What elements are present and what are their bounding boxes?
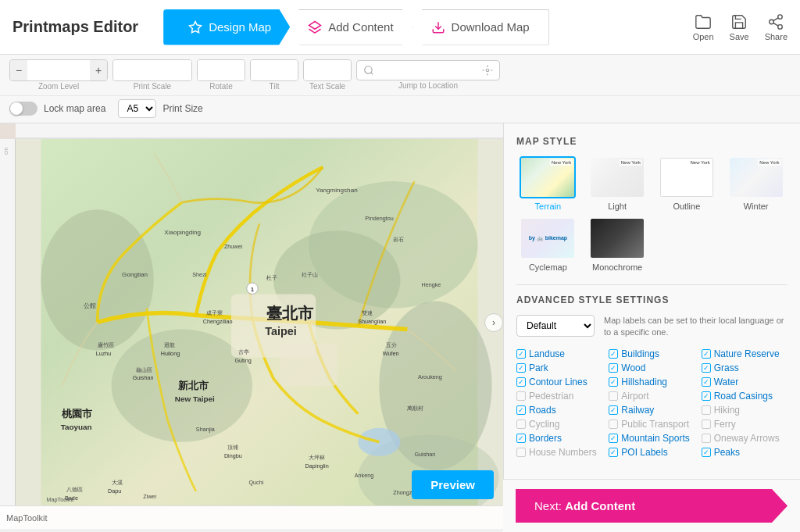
- svg-point-4: [770, 20, 774, 24]
- zoom-field: − 10,3963506E + Zoom Level: [9, 59, 108, 91]
- tilt-label: Tilt: [270, 82, 280, 91]
- checkbox-label: House Numbers: [529, 447, 597, 458]
- checkbox-peaks[interactable]: Peaks: [702, 447, 788, 458]
- step-add-content[interactable]: Add Content: [288, 9, 412, 45]
- svg-text:頂埔: 頂埔: [227, 444, 238, 451]
- checkbox-label: Hiking: [714, 405, 740, 416]
- svg-point-3: [778, 14, 783, 19]
- open-button[interactable]: Open: [693, 13, 714, 41]
- style-terrain[interactable]: New York Terrain: [516, 156, 580, 211]
- textscale-input[interactable]: 90 %: [304, 59, 351, 81]
- checkbox-park[interactable]: Park: [516, 362, 602, 373]
- toolbar: − 10,3963506E + Zoom Level 1:155.100 Pri…: [0, 55, 800, 123]
- svg-text:Taipei: Taipei: [265, 325, 297, 337]
- tilt-input[interactable]: 0 °: [251, 59, 298, 81]
- checkbox-wood[interactable]: Wood: [609, 362, 695, 373]
- checkbox-roads[interactable]: Roads: [516, 405, 602, 416]
- search-input[interactable]: Taipei, ROC: [377, 61, 479, 80]
- ruler-h-svg: cm // ruler: [16, 123, 503, 138]
- step-design-map[interactable]: Design Map: [163, 9, 290, 45]
- textscale-label: Text Scale: [309, 82, 345, 91]
- checkbox-mountain-sports[interactable]: Mountain Sports: [609, 433, 695, 444]
- arrow-icon: ›: [492, 317, 495, 328]
- svg-text:MapToolkit: MapToolkit: [47, 496, 73, 503]
- checkbox-contour-lines[interactable]: Contour Lines: [516, 377, 602, 387]
- map-next-arrow[interactable]: ›: [484, 313, 503, 332]
- svg-text:臺北市: 臺北市: [266, 305, 314, 322]
- style-cyclemap[interactable]: by 🚲 bikemap Cyclemap: [516, 217, 580, 272]
- lock-toggle[interactable]: [9, 102, 38, 116]
- checkbox-nature-reserve[interactable]: Nature Reserve: [702, 348, 788, 359]
- checkbox-hiking[interactable]: Hiking: [702, 405, 788, 416]
- svg-text:Xiaopingding: Xiaopingding: [164, 229, 201, 236]
- checkbox-public-transport[interactable]: Public Transport: [609, 419, 695, 430]
- style-outline[interactable]: New York Outline: [655, 156, 719, 211]
- checkbox-label: Pedestrian: [529, 391, 573, 402]
- lock-area-group: Lock map area: [9, 102, 105, 116]
- checkbox-mark: [516, 405, 526, 415]
- checkbox-ferry[interactable]: Ferry: [702, 419, 788, 430]
- checkbox-label: Airport: [621, 391, 648, 402]
- save-button[interactable]: Save: [730, 13, 749, 41]
- print-size-select[interactable]: A5 A4 A3: [118, 99, 156, 118]
- step3-label: Download Map: [452, 20, 530, 34]
- svg-text:Zhuwei: Zhuwei: [224, 243, 243, 250]
- map-canvas[interactable]: 臺北市 Taipei 新北市 New Taipei 桃園市 Taoyuan 公館…: [16, 139, 503, 505]
- zoom-minus[interactable]: −: [10, 59, 27, 81]
- zoom-plus[interactable]: +: [90, 59, 107, 81]
- checkbox-poi-labels[interactable]: POI Labels: [609, 447, 695, 458]
- share-button[interactable]: Share: [765, 13, 788, 41]
- svg-text:Hengke: Hengke: [421, 281, 441, 288]
- style-monochrome[interactable]: Monochrome: [586, 217, 649, 272]
- checkbox-cycling[interactable]: Cycling: [516, 419, 602, 430]
- svg-text:八德區: 八德區: [66, 486, 83, 493]
- checkbox-label: Water: [714, 377, 739, 387]
- svg-text:古亭: 古亭: [238, 348, 249, 355]
- checkbox-label: Park: [529, 362, 548, 373]
- svg-text:1: 1: [251, 286, 254, 293]
- checkbox-house-numbers[interactable]: House Numbers: [516, 447, 602, 458]
- map-area[interactable]: cm // ruler cm: [0, 123, 503, 529]
- checkbox-oneway-arrows[interactable]: Oneway Arrows: [702, 433, 788, 444]
- svg-line-9: [371, 73, 373, 75]
- zoom-input[interactable]: 10,3963506E: [27, 59, 90, 81]
- svg-text:迴龍: 迴龍: [164, 341, 175, 348]
- checkbox-grass[interactable]: Grass: [702, 362, 788, 373]
- lock-label: Lock map area: [44, 103, 105, 114]
- next-button[interactable]: Next: Add Content: [516, 489, 788, 523]
- step-download-map[interactable]: Download Map: [412, 9, 549, 45]
- rotate-label: Rotate: [209, 82, 232, 91]
- checkbox-borders[interactable]: Borders: [516, 433, 602, 444]
- rotate-input[interactable]: 0 °: [198, 59, 245, 81]
- preview-label: Preview: [430, 478, 475, 491]
- checkbox-mark: [516, 420, 526, 429]
- scale-input[interactable]: 1:155.100: [113, 59, 191, 81]
- style-winter[interactable]: New York Winter: [724, 156, 788, 211]
- checkbox-water[interactable]: Water: [702, 377, 788, 387]
- svg-text:岩石: 岩石: [393, 236, 404, 243]
- svg-text:新北市: 新北市: [178, 380, 209, 391]
- style-light[interactable]: New York Light: [586, 156, 649, 211]
- share-label: Share: [765, 32, 788, 41]
- checkbox-buildings[interactable]: Buildings: [609, 348, 695, 359]
- svg-text:Shanjia: Shanjia: [196, 426, 215, 433]
- checkbox-label: Wood: [621, 362, 645, 373]
- map-style-section: MAP STYLE New York Terrain New: [516, 136, 788, 272]
- svg-text:Aroukeng: Aroukeng: [418, 373, 442, 380]
- checkbox-label: Peaks: [714, 447, 740, 458]
- checkbox-landuse[interactable]: Landuse: [516, 348, 602, 359]
- svg-point-5: [778, 24, 783, 28]
- checkbox-road-casings[interactable]: Road Casings: [702, 391, 788, 402]
- language-select[interactable]: Default: [516, 315, 595, 337]
- logo-bold: Printmaps: [12, 18, 89, 35]
- checkbox-label: Grass: [714, 362, 739, 373]
- scale-label: Print Scale: [134, 82, 171, 91]
- checkbox-hillshading[interactable]: Hillshading: [609, 377, 695, 387]
- checkbox-airport[interactable]: Airport: [609, 391, 695, 402]
- checkbox-pedestrian[interactable]: Pedestrian: [516, 391, 602, 402]
- preview-button[interactable]: Preview: [412, 470, 494, 499]
- checkbox-railway[interactable]: Railway: [609, 405, 695, 416]
- checkbox-label: Cycling: [529, 419, 559, 430]
- print-size-group: A5 A4 A3 Print Size: [118, 99, 202, 118]
- outline-label: Outline: [673, 202, 700, 211]
